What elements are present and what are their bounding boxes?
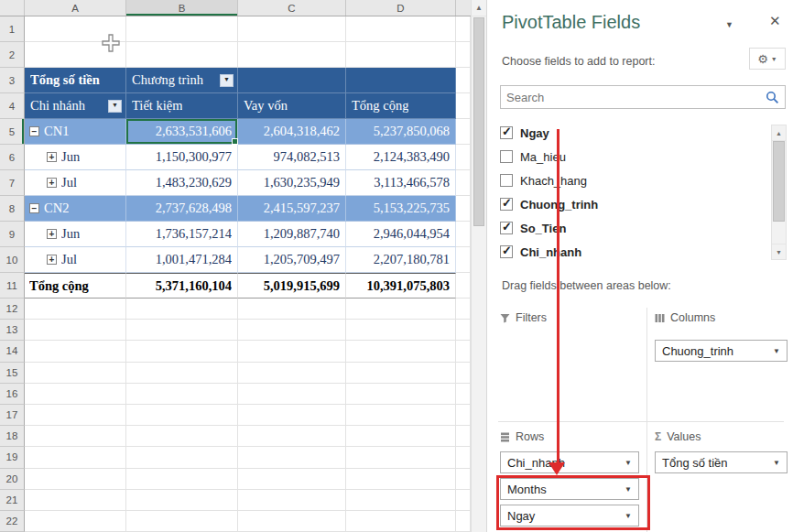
cell-B6[interactable]: 1,150,300,977 [126,145,238,170]
row-header-3[interactable]: 3 [0,68,25,93]
cell-partial-12[interactable] [456,299,471,320]
field-checkbox[interactable] [500,150,513,163]
cell-D3[interactable] [346,68,456,93]
cell-D1[interactable] [346,16,456,42]
row-header-8[interactable]: 8 [0,196,25,222]
field-item-chuong_trinh[interactable]: Chuong_trinh [500,192,764,216]
cell-A15[interactable] [25,363,126,384]
cell-A13[interactable] [25,320,126,341]
chuong-trinh-filter-button[interactable]: ▼ [220,74,234,87]
cell-C19[interactable] [238,447,346,468]
cell-D10[interactable]: 2,207,180,781 [346,247,456,273]
cell-partial-15[interactable] [456,363,471,384]
expand-button[interactable]: + [47,178,57,188]
cell-D20[interactable] [346,469,456,490]
columns-area-field[interactable]: Chuong_trinh▼ [655,340,788,362]
cell-B14[interactable] [126,341,238,362]
cell-A20[interactable] [25,469,126,490]
column-header-partial[interactable] [456,0,471,16]
row-header-6[interactable]: 6 [0,145,25,170]
cell-C20[interactable] [238,469,346,490]
cell-B11[interactable]: 5,371,160,104 [126,273,238,299]
row-header-4[interactable]: 4 [0,93,25,119]
sheet-vertical-scrollbar[interactable]: ▲ [471,0,486,532]
field-item-khach_hang[interactable]: Khach_hang [500,168,764,192]
cell-A22[interactable] [25,511,126,532]
cell-B1[interactable] [126,16,238,42]
cell-C4[interactable]: Vay vốn [238,93,346,119]
cell-partial-9[interactable] [456,222,471,247]
cell-partial-8[interactable] [456,196,471,222]
field-item-chi_nhanh[interactable]: Chi_nhanh [500,240,764,264]
cell-B12[interactable] [126,299,238,320]
cell-A10[interactable]: +Jul [25,247,126,273]
cell-D18[interactable] [346,426,456,447]
row-header-22[interactable]: 22 [0,511,25,532]
field-checkbox[interactable] [500,174,513,187]
cell-C9[interactable]: 1,209,887,740 [238,222,346,247]
field-item-so_tien[interactable]: So_Tien [500,216,764,240]
cell-partial-10[interactable] [456,247,471,273]
cell-C15[interactable] [238,363,346,384]
cell-D19[interactable] [346,447,456,468]
expand-button[interactable]: + [47,255,57,265]
row-header-1[interactable]: 1 [0,16,25,42]
row-header-21[interactable]: 21 [0,490,25,511]
cell-D5[interactable]: 5,237,850,068 [346,119,456,145]
column-header-B[interactable]: B [126,0,238,16]
field-item-ma_hieu[interactable]: Ma_hieu [500,145,764,168]
column-header-A[interactable]: A [25,0,126,16]
cell-C8[interactable]: 2,415,597,237 [238,196,346,222]
row-header-20[interactable]: 20 [0,469,25,490]
tools-gear-button[interactable]: ⚙ ▼ [749,48,786,70]
row-header-14[interactable]: 14 [0,341,25,362]
cell-partial-16[interactable] [456,384,471,405]
cell-A21[interactable] [25,490,126,511]
column-header-D[interactable]: D [346,0,456,16]
cell-partial-6[interactable] [456,145,471,170]
chevron-down-icon[interactable]: ▼ [767,347,780,355]
cell-C17[interactable] [238,405,346,426]
scroll-thumb[interactable] [473,17,484,226]
cell-B18[interactable] [126,426,238,447]
cell-B9[interactable]: 1,736,157,214 [126,222,238,247]
row-header-11[interactable]: 11 [0,273,25,299]
cell-C14[interactable] [238,341,346,362]
cell-C18[interactable] [238,426,346,447]
cell-A14[interactable] [25,341,126,362]
cell-B21[interactable] [126,490,238,511]
search-input[interactable] [501,91,766,104]
column-header-C[interactable]: C [238,0,346,16]
scroll-up-button[interactable]: ▲ [472,0,486,16]
cell-partial-18[interactable] [456,426,471,447]
cell-A11[interactable]: Tổng cộng [25,273,126,299]
cell-B16[interactable] [126,384,238,405]
cell-partial-19[interactable] [456,447,471,468]
scroll-thumb[interactable] [773,141,785,222]
chi-nhanh-filter-button[interactable]: ▼ [108,100,122,113]
cell-D22[interactable] [346,511,456,532]
row-header-7[interactable]: 7 [0,170,25,196]
cell-A8[interactable]: −CN2 [25,196,126,222]
cell-C12[interactable] [238,299,346,320]
cell-C22[interactable] [238,511,346,532]
pane-options-chevron-icon[interactable]: ▼ [725,20,733,29]
collapse-button[interactable]: − [29,126,39,136]
row-header-12[interactable]: 12 [0,299,25,320]
cell-A7[interactable]: +Jul [25,170,126,196]
cell-A12[interactable] [25,299,126,320]
cell-partial-14[interactable] [456,341,471,362]
cell-D4[interactable]: Tổng cộng [346,93,456,119]
cell-partial-2[interactable] [456,42,471,68]
cell-D14[interactable] [346,341,456,362]
cell-B7[interactable]: 1,483,230,629 [126,170,238,196]
cell-C21[interactable] [238,490,346,511]
cell-partial-22[interactable] [456,511,471,532]
cell-C1[interactable] [238,16,346,42]
cell-A16[interactable] [25,384,126,405]
field-checkbox[interactable] [500,245,513,258]
cell-D6[interactable]: 2,124,383,490 [346,145,456,170]
scroll-up-icon[interactable]: ▲ [772,125,786,141]
cell-B15[interactable] [126,363,238,384]
cell-partial-13[interactable] [456,320,471,341]
